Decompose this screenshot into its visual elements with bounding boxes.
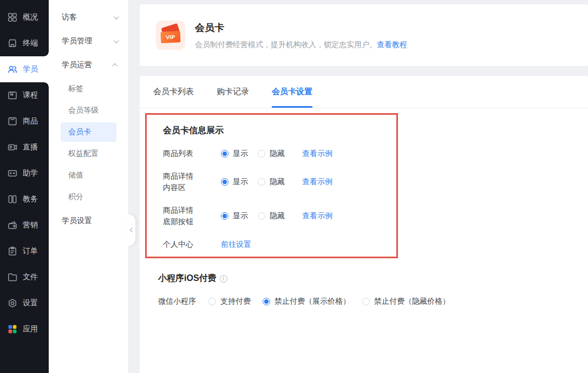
sidebar-item-live[interactable]: 直播: [0, 134, 49, 160]
radio-option-forbid-pay-hide-price[interactable]: 禁止付费（隐藏价格）: [362, 297, 450, 306]
info-icon[interactable]: [220, 275, 227, 283]
page-title: 会员卡: [195, 21, 407, 34]
radio-icon: [258, 178, 265, 186]
chevron-up-icon: [112, 63, 117, 68]
sidebar-item-member-levels[interactable]: 会员等级: [61, 101, 116, 120]
radio-icon: [258, 150, 265, 158]
radio-label: 隐藏: [270, 149, 285, 159]
chevron-down-icon: [114, 38, 119, 43]
radio-option-hide[interactable]: 隐藏: [258, 149, 285, 159]
sidebar-item-files[interactable]: 文件: [0, 264, 49, 290]
radio-option-hide[interactable]: 隐藏: [258, 211, 285, 221]
sub-item-label: 积分: [68, 192, 83, 202]
sidebar-group-student-management[interactable]: 学员管理: [49, 29, 128, 53]
radio-icon: [221, 150, 228, 158]
radio-label: 隐藏: [270, 211, 285, 221]
sidebar-item-academic[interactable]: 教务: [0, 186, 49, 212]
sidebar-item-terminal[interactable]: 终端: [0, 30, 49, 56]
view-example-link[interactable]: 查看示例: [302, 211, 332, 221]
vip-membership-card-icon: VIP: [156, 21, 185, 50]
page-header-card: VIP 会员卡 会员制付费经营模式，提升机构收入，锁定忠实用户。查看教程: [140, 4, 588, 66]
form-label: 个人中心: [163, 239, 221, 250]
tab-bar: 会员卡列表 购卡记录 会员卡设置: [140, 76, 588, 108]
sidebar-item-rights-config[interactable]: 权益配置: [61, 144, 116, 163]
sidebar-item-overview[interactable]: 概况: [0, 4, 49, 30]
sub-item-label: 会员等级: [68, 106, 99, 115]
sidebar-item-courses[interactable]: 课程: [0, 82, 49, 108]
sidebar-item-tags[interactable]: 标签: [61, 79, 116, 99]
form-label: 商品列表: [163, 148, 221, 159]
form-label: 商品详情 内容区: [163, 171, 221, 193]
radio-option-show[interactable]: 显示: [221, 211, 248, 221]
sidebar-item-goods[interactable]: 商品: [0, 108, 49, 134]
radio-label: 显示: [233, 149, 248, 159]
ios-pay-section-title: 小程序iOS付费: [158, 273, 217, 284]
academic-icon: [7, 194, 18, 205]
sub-item-label: 会员卡: [68, 127, 91, 137]
sub-item-label: 权益配置: [68, 149, 99, 159]
form-row-personal-center: 个人中心 前往设置: [163, 239, 396, 250]
courses-icon: [7, 90, 18, 101]
radio-option-show[interactable]: 显示: [221, 149, 248, 159]
radio-option-allow-pay[interactable]: 支持付费: [208, 297, 251, 306]
radio-label: 禁止付费（展示价格）: [275, 297, 350, 306]
sidebar-collapse-handle[interactable]: [128, 214, 135, 246]
radio-option-show[interactable]: 显示: [221, 177, 248, 187]
card-info-section-title: 会员卡信息展示: [163, 125, 396, 136]
radio-label: 禁止付费（隐藏价格）: [374, 297, 450, 306]
sidebar-item-label: 教务: [23, 194, 38, 204]
sidebar-item-students[interactable]: 学员: [0, 56, 49, 82]
sidebar-item-orders[interactable]: 订单: [0, 238, 49, 264]
overview-grid-icon: [7, 12, 18, 23]
sidebar-group-visitors[interactable]: 访客: [49, 5, 128, 29]
radio-option-forbid-pay-show-price[interactable]: 禁止付费（展示价格）: [263, 297, 350, 306]
page-description: 会员制付费经营模式，提升机构收入，锁定忠实用户。: [195, 40, 377, 49]
sidebar-item-apps[interactable]: 应用: [0, 316, 49, 342]
group-label: 学员管理: [62, 36, 92, 46]
form-row-detail-bottom-button: 商品详情 底部按钮 显示 隐藏 查看示例: [163, 205, 396, 227]
sidebar-item-points[interactable]: 积分: [61, 187, 116, 207]
main-content: VIP 会员卡 会员制付费经营模式，提升机构收入，锁定忠实用户。查看教程 会员卡…: [129, 0, 588, 373]
sidebar-item-label: 直播: [23, 142, 38, 152]
tab-label: 会员卡设置: [272, 87, 312, 97]
live-camera-icon: [7, 142, 18, 153]
radio-icon: [221, 178, 228, 186]
sidebar-item-label: 应用: [23, 324, 38, 334]
tutorial-link[interactable]: 查看教程: [377, 40, 407, 49]
secondary-sidebar: 访客 学员管理 学员运营 标签 会员等级 会员卡 权益配置 储值 积分: [49, 0, 129, 373]
chevron-down-icon: [114, 14, 119, 19]
study-aid-icon: [7, 168, 18, 179]
sidebar-item-label: 订单: [23, 246, 38, 256]
tab-label: 会员卡列表: [153, 87, 194, 97]
sidebar-item-stored-value[interactable]: 储值: [61, 166, 116, 185]
sidebar-group-student-settings[interactable]: 学员设置: [49, 209, 128, 233]
tab-content: 会员卡信息展示 商品列表 显示 隐藏 查看示例: [140, 113, 588, 307]
sidebar-item-label: 终端: [23, 38, 38, 48]
sidebar-item-label: 商品: [23, 116, 38, 126]
view-example-link[interactable]: 查看示例: [302, 177, 332, 187]
sidebar-item-label: 设置: [23, 298, 38, 308]
sidebar-item-marketing[interactable]: 营销: [0, 212, 49, 238]
sidebar-group-student-operation[interactable]: 学员运营: [49, 53, 128, 77]
sidebar-item-label: 营销: [23, 220, 38, 230]
card-front-shape: VIP: [160, 31, 180, 43]
terminal-storefront-icon: [7, 38, 18, 49]
radio-label: 隐藏: [270, 177, 285, 187]
sidebar-item-membership-card[interactable]: 会员卡: [61, 122, 116, 142]
view-example-link[interactable]: 查看示例: [302, 149, 332, 159]
goto-settings-link[interactable]: 前往设置: [221, 240, 251, 250]
radio-icon: [208, 298, 216, 305]
sidebar-item-label: 课程: [23, 90, 38, 100]
radio-label: 显示: [233, 211, 248, 221]
sidebar-item-settings[interactable]: 设置: [0, 290, 49, 316]
group-label: 访客: [62, 12, 77, 22]
sidebar-item-study-aid[interactable]: 助学: [0, 160, 49, 186]
tab-card-settings[interactable]: 会员卡设置: [272, 76, 312, 108]
radio-option-hide[interactable]: 隐藏: [258, 177, 285, 187]
tab-label: 购卡记录: [217, 87, 249, 97]
tab-purchase-records[interactable]: 购卡记录: [217, 76, 249, 108]
form-label: 微信小程序: [158, 296, 208, 307]
chevron-left-icon: [129, 228, 134, 232]
tab-card-list[interactable]: 会员卡列表: [153, 76, 194, 108]
students-icon: [7, 64, 18, 75]
